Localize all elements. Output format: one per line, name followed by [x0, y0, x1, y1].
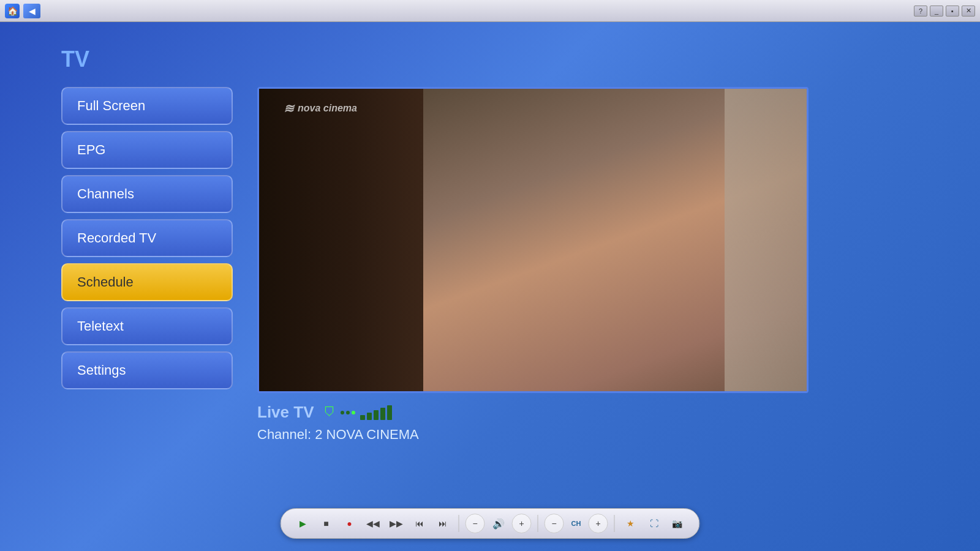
sidebar-item-channels[interactable]: Channels — [61, 175, 233, 213]
video-container[interactable]: ≋ nova cinema — [257, 87, 809, 393]
video-scene: ≋ nova cinema — [259, 89, 807, 391]
toolbar-separator-3 — [614, 515, 615, 532]
channel-logo: ≋ nova cinema — [284, 101, 357, 116]
minimize-button[interactable]: _ — [930, 6, 943, 17]
record-button[interactable]: ● — [340, 514, 360, 533]
sidebar-menu: Full Screen EPG Channels Recorded TV Sch… — [61, 87, 233, 446]
screenshot-button[interactable]: 📷 — [668, 514, 687, 533]
page-title: TV — [61, 47, 943, 72]
scene-right-person — [725, 89, 807, 391]
signal-bar-1 — [360, 415, 365, 420]
volume-down-button[interactable]: − — [466, 514, 485, 533]
signal-dot-1 — [341, 411, 344, 414]
signal-dot-2 — [346, 411, 350, 414]
titlebar-left: 🏠 ◀ — [5, 4, 40, 18]
forward-button[interactable]: ▶▶ — [386, 514, 406, 533]
live-tv-row: Live TV ⛉ — [257, 403, 943, 422]
signal-funnel-icon: ⛉ — [323, 405, 336, 419]
toolbar-separator-1 — [459, 515, 459, 532]
sidebar-item-teletext[interactable]: Teletext — [61, 307, 233, 345]
maximize-button[interactable]: ▪ — [946, 6, 959, 17]
channel-up-button[interactable]: + — [589, 514, 608, 533]
volume-up-button[interactable]: + — [512, 514, 532, 533]
live-tv-label: Live TV — [257, 403, 314, 422]
channel-down-button[interactable]: − — [545, 514, 564, 533]
signal-dot-3 — [352, 411, 355, 414]
stop-button[interactable]: ■ — [317, 514, 336, 533]
titlebar-controls: ? _ ▪ ✕ — [914, 6, 975, 17]
signal-bar-5 — [387, 405, 392, 420]
fullscreen-button[interactable]: ⛶ — [644, 514, 664, 533]
bottom-toolbar: ▶ ■ ● ◀◀ ▶▶ ⏮ ⏭ − 🔊 + − CH + ★ ⛶ 📷 — [281, 508, 700, 539]
layout: Full Screen EPG Channels Recorded TV Sch… — [61, 87, 943, 446]
sidebar-item-full-screen[interactable]: Full Screen — [61, 87, 233, 125]
sidebar-item-schedule[interactable]: Schedule — [61, 263, 233, 301]
help-button[interactable]: ? — [914, 6, 927, 17]
back-button[interactable]: ◀ — [23, 4, 40, 18]
signal-indicator: ⛉ — [323, 405, 392, 420]
prev-button[interactable]: ⏮ — [410, 514, 429, 533]
toolbar-separator-2 — [538, 515, 538, 532]
main-content: TV Full Screen EPG Channels Recorded TV … — [0, 22, 980, 551]
channel-label: CH — [568, 514, 585, 533]
play-button[interactable]: ▶ — [293, 514, 313, 533]
sidebar-item-settings[interactable]: Settings — [61, 351, 233, 389]
rewind-button[interactable]: ◀◀ — [363, 514, 383, 533]
close-button[interactable]: ✕ — [962, 6, 975, 17]
titlebar: 🏠 ◀ ? _ ▪ ✕ — [0, 0, 980, 22]
signal-bars — [360, 405, 392, 420]
video-panel: ≋ nova cinema Live TV ⛉ — [257, 87, 943, 446]
sidebar-item-epg[interactable]: EPG — [61, 131, 233, 169]
signal-bar-2 — [367, 413, 372, 420]
home-icon[interactable]: 🏠 — [5, 4, 20, 18]
next-button[interactable]: ⏭ — [433, 514, 453, 533]
volume-button[interactable]: 🔊 — [489, 514, 508, 533]
favorites-button[interactable]: ★ — [621, 514, 641, 533]
signal-bar-3 — [374, 410, 379, 420]
signal-bar-4 — [380, 408, 385, 420]
channel-info: Channel: 2 NOVA CINEMA — [257, 427, 943, 443]
video-info: Live TV ⛉ — [257, 393, 943, 446]
sidebar-item-recorded-tv[interactable]: Recorded TV — [61, 219, 233, 257]
signal-dots — [341, 411, 355, 414]
nova-logo-icon: ≋ — [284, 101, 294, 116]
